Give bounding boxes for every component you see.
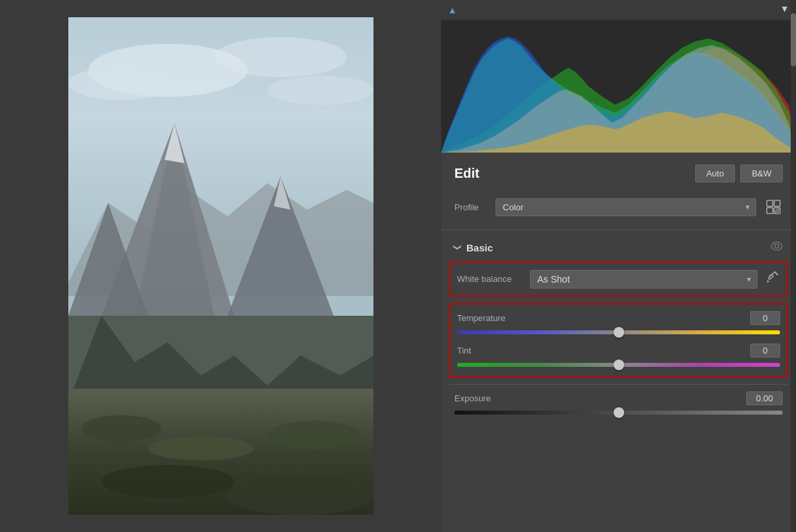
photo-image bbox=[68, 17, 373, 515]
profile-label: Profile bbox=[454, 202, 488, 212]
temperature-thumb[interactable] bbox=[614, 327, 624, 338]
svg-line-29 bbox=[775, 272, 777, 275]
auto-button[interactable]: Auto bbox=[695, 165, 736, 182]
svg-point-15 bbox=[82, 415, 161, 442]
exposure-header: Exposure 0.00 bbox=[454, 391, 783, 405]
scrollbar-track[interactable] bbox=[791, 0, 796, 532]
wb-select[interactable]: As Shot Auto Daylight Cloudy Shade Tungs… bbox=[530, 270, 758, 289]
svg-point-26 bbox=[777, 210, 779, 213]
wb-row: White balance As Shot Auto Daylight Clou… bbox=[457, 269, 780, 289]
wb-label: White balance bbox=[457, 274, 523, 284]
basic-section-header[interactable]: ❯ Basic bbox=[441, 233, 796, 261]
svg-rect-22 bbox=[774, 200, 780, 206]
histogram-area: ▲ ▲ bbox=[441, 0, 796, 153]
basic-eye-icon[interactable] bbox=[771, 241, 783, 253]
svg-point-2 bbox=[214, 37, 347, 77]
edit-header: Edit Auto B&W bbox=[441, 153, 796, 192]
exposure-label: Exposure bbox=[454, 393, 491, 403]
eyedropper-icon[interactable] bbox=[764, 269, 780, 289]
exposure-thumb[interactable] bbox=[614, 407, 624, 418]
temp-tint-section: Temperature 0 Tint 0 bbox=[449, 303, 788, 377]
highlight-clipping-icon[interactable]: ▲ bbox=[780, 5, 789, 15]
temperature-value[interactable]: 0 bbox=[750, 311, 780, 325]
svg-line-32 bbox=[769, 272, 775, 276]
tint-value[interactable]: 0 bbox=[750, 344, 780, 358]
svg-rect-21 bbox=[767, 200, 773, 206]
edit-title: Edit bbox=[454, 166, 480, 181]
svg-point-19 bbox=[228, 475, 373, 515]
svg-marker-31 bbox=[767, 280, 769, 283]
divider-1 bbox=[441, 230, 796, 230]
temperature-row: Temperature 0 bbox=[457, 311, 780, 337]
right-panel: ▲ ▲ bbox=[441, 0, 796, 532]
grid-icon bbox=[766, 200, 781, 214]
basic-section-title: Basic bbox=[466, 242, 771, 253]
temperature-track[interactable] bbox=[457, 328, 780, 337]
temperature-label: Temperature bbox=[457, 313, 505, 323]
eye-icon bbox=[771, 241, 783, 251]
shadow-clipping-icon[interactable]: ▲ bbox=[448, 5, 457, 15]
profile-row: Profile Color Monochrome Adobe Color Ado… bbox=[441, 192, 796, 226]
tint-header: Tint 0 bbox=[457, 344, 780, 358]
exposure-value[interactable]: 0.00 bbox=[746, 391, 783, 405]
wb-select-wrapper[interactable]: As Shot Auto Daylight Cloudy Shade Tungs… bbox=[530, 270, 758, 289]
svg-point-16 bbox=[148, 436, 254, 460]
svg-point-27 bbox=[771, 242, 782, 250]
profile-select[interactable]: Color Monochrome Adobe Color Adobe Lands… bbox=[496, 198, 756, 216]
svg-point-18 bbox=[101, 465, 234, 498]
profile-grid-icon[interactable] bbox=[764, 198, 783, 216]
tint-label: Tint bbox=[457, 346, 471, 356]
svg-rect-23 bbox=[767, 208, 773, 214]
profile-select-wrapper[interactable]: Color Monochrome Adobe Color Adobe Lands… bbox=[496, 198, 756, 216]
bw-button[interactable]: B&W bbox=[740, 165, 783, 182]
edit-buttons: Auto B&W bbox=[695, 165, 783, 182]
tint-thumb[interactable] bbox=[614, 360, 624, 370]
photo-panel bbox=[0, 0, 441, 532]
svg-point-4 bbox=[267, 76, 373, 105]
histogram-top-bar: ▲ ▲ bbox=[441, 0, 796, 20]
svg-point-17 bbox=[267, 421, 360, 450]
exposure-track[interactable] bbox=[454, 408, 783, 417]
svg-point-28 bbox=[775, 244, 779, 248]
basic-chevron: ❯ bbox=[453, 244, 462, 251]
tint-row: Tint 0 bbox=[457, 344, 780, 369]
white-balance-section: White balance As Shot Auto Daylight Clou… bbox=[449, 261, 788, 297]
scrollbar-thumb[interactable] bbox=[791, 13, 796, 66]
tint-track[interactable] bbox=[457, 360, 780, 369]
histogram-canvas bbox=[441, 20, 796, 153]
temperature-header: Temperature 0 bbox=[457, 311, 780, 325]
edit-panel[interactable]: Edit Auto B&W Profile Color Monochrome A… bbox=[441, 153, 796, 532]
exposure-section: Exposure 0.00 bbox=[441, 388, 796, 432]
exposure-row: Exposure 0.00 bbox=[454, 391, 783, 417]
svg-point-3 bbox=[68, 67, 174, 100]
divider-2 bbox=[449, 384, 788, 385]
photo-container bbox=[68, 17, 373, 515]
